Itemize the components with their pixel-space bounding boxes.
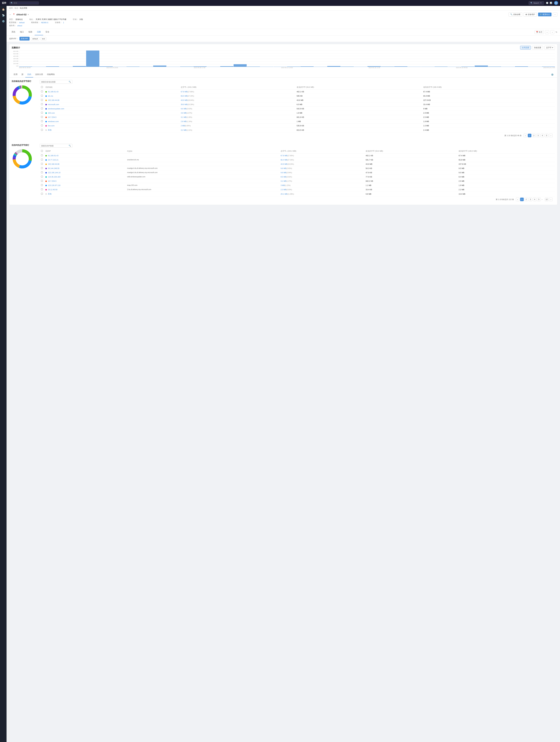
sub-tab-source[interactable]: 源 <box>19 72 26 77</box>
domain-row-check-4[interactable] <box>40 107 44 111</box>
count-value[interactable]: 1 <box>63 21 64 23</box>
prev-period-button[interactable]: ‹ <box>545 30 549 34</box>
sidebar-icon-settings[interactable]: ⚙️ <box>1 19 6 23</box>
ip-link-1[interactable]: 23.77.215.21 <box>48 159 58 161</box>
domain-link-3[interactable]: microsoft.com <box>48 103 59 105</box>
vrf-test-button[interactable]: test <box>41 37 46 40</box>
domain-row-check-1[interactable] <box>40 94 44 98</box>
gear-icon[interactable]: ⚙️ <box>550 72 555 77</box>
domain-next-page[interactable]: › <box>549 134 553 137</box>
ip-page-4[interactable]: 4 <box>533 198 537 201</box>
ip-row-check-3[interactable] <box>40 166 44 170</box>
configure-button[interactable]: ⚙️ 配置站点 <box>538 13 552 16</box>
domain-checkbox-2[interactable] <box>41 99 43 101</box>
template-value[interactable]: default <box>19 21 24 23</box>
domain-checkbox-6[interactable] <box>41 116 43 118</box>
domain-link-2[interactable]: 192.168.44.86 <box>48 99 59 101</box>
ip-row-check-4[interactable] <box>40 170 44 175</box>
domain-prev-page[interactable]: ‹ <box>523 134 527 137</box>
ip-checkbox-8[interactable] <box>41 189 43 190</box>
maintain-button[interactable]: 🛠 设备维护 <box>523 12 537 16</box>
diagnose-button[interactable]: 🔧 设备诊断 <box>509 12 522 16</box>
ip-checkbox-6[interactable] <box>41 180 43 182</box>
ip-row-check-5[interactable] <box>40 175 44 179</box>
sub-tab-app[interactable]: 应用 <box>12 72 19 77</box>
domain-row-check-9[interactable] <box>40 128 44 132</box>
sidebar-icon-home[interactable]: 🏠 <box>1 7 6 12</box>
ip-checkbox-1[interactable] <box>41 159 43 160</box>
global-traffic-toggle[interactable]: 全局流量 <box>520 46 531 50</box>
domain-page-1[interactable]: 1 <box>528 134 531 137</box>
ip-row-check-2[interactable] <box>40 162 44 166</box>
sub-tab-dest[interactable]: 目的 <box>26 72 33 77</box>
next-period-button[interactable]: › <box>550 30 554 34</box>
domain-row-check-3[interactable] <box>40 102 44 107</box>
ip-link-2[interactable]: 192.168.44.86 <box>48 163 59 165</box>
breadcrumb-monitor[interactable]: 监控 <box>9 7 13 9</box>
more-button[interactable]: ··· <box>553 13 557 16</box>
ip-row-check-8[interactable] <box>40 188 44 192</box>
ip-link-7[interactable]: 123.126.97.116 <box>48 184 60 186</box>
spec-value[interactable]: NE900-S <box>41 21 48 23</box>
back-button[interactable]: ← <box>9 13 11 16</box>
accel-traffic-toggle[interactable]: 加速流量 <box>532 46 543 50</box>
domain-link-1[interactable]: sfx.ms <box>48 95 53 97</box>
metric-select-button[interactable]: 总字节 ▾ <box>544 46 555 50</box>
ip-row-check-7[interactable] <box>40 183 44 188</box>
device-name-dropdown[interactable]: ▾ <box>28 13 29 16</box>
ip-checkbox-0[interactable] <box>41 154 43 156</box>
domain-search-input[interactable] <box>41 81 68 83</box>
domain-row-check-0[interactable] <box>40 90 44 94</box>
domain-row-check-6[interactable] <box>40 115 44 119</box>
vrf-all-button[interactable]: 所有VRF <box>19 37 30 41</box>
tab-port[interactable]: 端口 <box>18 29 26 35</box>
ip-page-2[interactable]: 2 <box>524 198 528 201</box>
domain-checkbox-3[interactable] <box>41 103 43 105</box>
ip-search-box[interactable]: 🔍 <box>40 144 72 148</box>
domain-page-4[interactable]: 4 <box>541 134 544 137</box>
domain-page-2[interactable]: 2 <box>532 134 536 137</box>
domain-checkbox-7[interactable] <box>41 120 43 122</box>
breadcrumb-site[interactable]: 站点 <box>14 7 18 9</box>
domain-row-check-7[interactable] <box>40 119 44 123</box>
domain-row-check-8[interactable] <box>40 123 44 128</box>
domain-page-5[interactable]: 5 <box>545 134 548 137</box>
ip-page-5[interactable]: 5 <box>537 198 541 201</box>
domain-link-0[interactable]: 91.189.91.43 <box>48 91 58 93</box>
tab-security[interactable]: 安全 <box>43 29 52 35</box>
domain-link-9[interactable]: 其他 <box>48 129 51 131</box>
domain-checkbox-5[interactable] <box>41 112 43 114</box>
domain-row-check-5[interactable] <box>40 111 44 115</box>
domain-page-3[interactable]: 3 <box>536 134 540 137</box>
ip-page-3[interactable]: 3 <box>528 198 532 201</box>
month-button[interactable]: 📅 本月 <box>534 30 544 34</box>
clock-icon[interactable]: 🕐 <box>546 2 548 4</box>
ip-row-check-6[interactable] <box>40 179 44 183</box>
domain-search-box[interactable]: 🔍 <box>40 80 72 84</box>
nav-search-bar[interactable]: 🔍 <box>9 1 39 5</box>
ip-page-1[interactable]: 1 <box>520 198 524 201</box>
ip-checkbox-3[interactable] <box>41 167 43 169</box>
tab-link[interactable]: 链路 <box>26 29 35 35</box>
nav-search-input[interactable] <box>13 2 38 4</box>
domain-checkbox-4[interactable] <box>41 108 43 109</box>
ip-link-6[interactable]: 10.7.254.5 <box>48 180 56 182</box>
sub-tab-network[interactable]: 传输网络 <box>45 72 57 77</box>
ip-search-input[interactable] <box>41 145 68 147</box>
ip-link-8[interactable]: 23.12.40.50 <box>48 189 57 191</box>
ip-prev-page[interactable]: ‹ <box>516 198 519 201</box>
ip-checkbox-9[interactable] <box>41 193 43 195</box>
vrf-default-button[interactable]: default <box>31 37 39 40</box>
domain-link-8[interactable]: live.com <box>48 125 54 127</box>
domain-checkbox-9[interactable] <box>41 129 43 131</box>
sidebar-icon-monitor[interactable]: 📡 <box>1 13 6 18</box>
ip-checkbox-7[interactable] <box>41 184 43 186</box>
ip-link-4[interactable]: 122.195.144.10 <box>48 172 60 173</box>
ip-row-check-9[interactable] <box>40 192 44 196</box>
search-button[interactable]: 🔍 Search ⌘K <box>528 1 544 5</box>
domain-checkbox-0[interactable] <box>41 91 43 92</box>
sub-tab-service[interactable]: 业务分类 <box>33 72 45 77</box>
ip-link-9[interactable]: 其他 <box>48 193 51 195</box>
ip-link-0[interactable]: 91.189.91.43 <box>48 155 58 157</box>
ip-link-5[interactable]: 119.36.226.183 <box>48 176 60 178</box>
